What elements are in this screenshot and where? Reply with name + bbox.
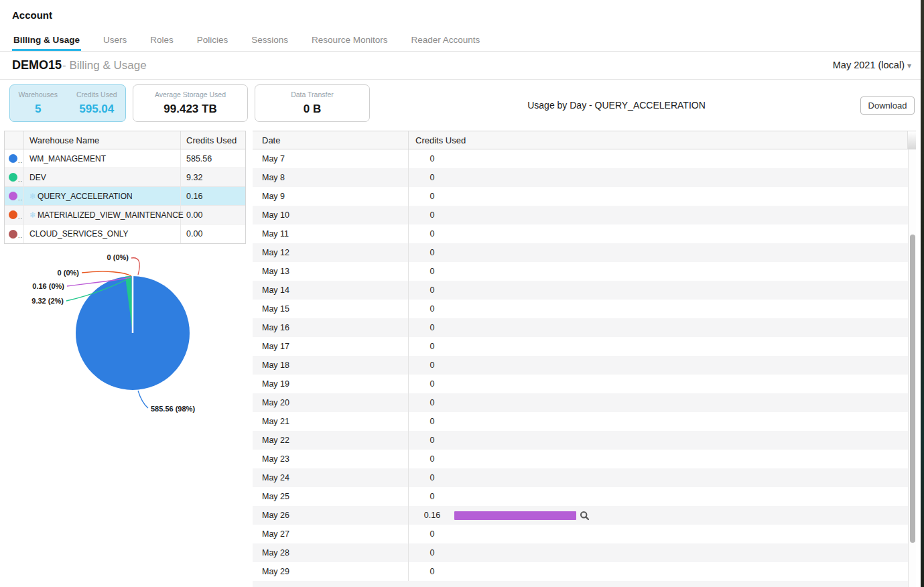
pie-svg (0, 248, 248, 423)
credits-usage-bar[interactable] (454, 511, 576, 520)
daily-credits-cell: 0 (409, 468, 916, 487)
daily-credits-cell: 0 (409, 149, 916, 168)
date-cell: May 15 (253, 300, 409, 318)
warehouse-name-cell: DEV (24, 168, 181, 186)
daily-row-may-14[interactable]: May 140 (253, 281, 916, 300)
daily-row-may-20[interactable]: May 200 (253, 393, 916, 412)
pie-callout-cloud-services: 0 (0%) (107, 253, 129, 261)
warehouse-row-cloud-services-only[interactable]: ..CLOUD_SERVICES_ONLY0.00 (5, 224, 245, 243)
daily-row-may-24[interactable]: May 240 (253, 468, 916, 487)
daily-credits-cell: 0 (409, 356, 916, 375)
daily-row-may-17[interactable]: May 170 (253, 337, 916, 356)
daily-credits-value: 0 (415, 492, 449, 501)
daily-row-may-15[interactable]: May 150 (253, 300, 916, 318)
tab-resource-monitors[interactable]: Resource Monitors (310, 35, 389, 51)
warehouse-credits-cell: 9.32 (181, 168, 245, 186)
daily-row-may-23[interactable]: May 230 (253, 450, 916, 468)
period-selector[interactable]: May 2021 (local)▾ (833, 60, 911, 70)
date-cell: May 27 (253, 525, 409, 543)
date-cell: May 19 (253, 375, 409, 393)
warehouse-row-materialized-view-maintenance[interactable]: ..❄MATERIALIZED_VIEW_MAINTENANCE0.00 (5, 206, 245, 224)
warehouse-row-query-acceleration[interactable]: ..❄QUERY_ACCELERATION0.16 (5, 187, 245, 206)
tab-policies[interactable]: Policies (196, 35, 230, 51)
warehouse-name-cell: ❄QUERY_ACCELERATION (24, 187, 181, 205)
daily-credits-value: 0 (415, 454, 449, 464)
truncation-ellipsis: .. (18, 233, 23, 239)
daily-row-may-21[interactable]: May 210 (253, 412, 916, 431)
date-cell: May 14 (253, 281, 409, 300)
data-transfer-metric: Data Transfer 0 B (281, 90, 343, 116)
daily-row-may-18[interactable]: May 180 (253, 356, 916, 375)
daily-row-may-26[interactable]: May 260.16 (253, 506, 916, 525)
section-title: - Billing & Usage (62, 59, 147, 72)
date-cell: May 7 (253, 149, 409, 168)
date-cell: May 28 (253, 543, 409, 562)
warehouse-table-header: Warehouse Name Credits Used (5, 131, 245, 149)
daily-row-may-7[interactable]: May 70 (253, 149, 916, 168)
warehouse-row-wm-management[interactable]: ..WM_MANAGEMENT585.56 (5, 149, 245, 168)
daily-credits-cell: 0 (409, 243, 916, 262)
daily-credits-value: 0 (415, 173, 449, 182)
magnifier-icon[interactable] (580, 511, 590, 521)
date-cell: May 12 (253, 243, 409, 262)
daily-row-may-29[interactable]: May 290 (253, 562, 916, 581)
daily-credits-cell: 0 (409, 543, 916, 562)
tab-reader-accounts[interactable]: Reader Accounts (409, 35, 481, 51)
warehouse-row-dev[interactable]: ..DEV9.32 (5, 168, 245, 187)
daily-row-may-10[interactable]: May 100 (253, 206, 916, 224)
warehouse-credits-header: Credits Used (181, 131, 245, 149)
date-column-header: Date (253, 131, 409, 149)
daily-credits-cell: 0 (409, 525, 916, 543)
desktop-edge-sliver (921, 0, 924, 587)
chevron-down-icon: ▾ (907, 61, 911, 70)
daily-credits-cell: 0 (409, 450, 916, 468)
tab-roles[interactable]: Roles (149, 35, 175, 51)
tab-users[interactable]: Users (102, 35, 128, 51)
date-cell: May 9 (253, 187, 409, 206)
daily-row-may-28[interactable]: May 280 (253, 543, 916, 562)
daily-row-may-12[interactable]: May 120 (253, 243, 916, 262)
warehouses-credits-card[interactable]: Warehouses 5 Credits Used 595.04 (9, 84, 126, 122)
date-cell: May 25 (253, 487, 409, 506)
date-cell: May 16 (253, 318, 409, 337)
warehouse-name-cell: ❄MATERIALIZED_VIEW_MAINTENANCE (24, 206, 181, 224)
download-button[interactable]: Download (860, 96, 915, 115)
date-cell: May 29 (253, 562, 409, 581)
daily-credits-cell: 0 (409, 187, 916, 206)
daily-row-may-22[interactable]: May 220 (253, 431, 916, 450)
date-cell: May 26 (253, 506, 409, 525)
warehouse-color-dot-icon (9, 154, 17, 163)
daily-row-may-13[interactable]: May 130 (253, 262, 916, 281)
daily-credits-cell: 0 (409, 206, 916, 224)
daily-credits-value: 0.16 (415, 511, 449, 520)
warehouse-name-header: Warehouse Name (24, 131, 181, 149)
daily-credits-value: 0 (415, 398, 449, 407)
vertical-scrollbar[interactable] (908, 149, 916, 587)
data-transfer-label: Data Transfer (291, 90, 334, 99)
truncation-ellipsis: .. (18, 176, 23, 183)
tab-sessions[interactable]: Sessions (250, 35, 289, 51)
daily-row-may-8[interactable]: May 80 (253, 168, 916, 187)
daily-credits-value: 0 (415, 529, 449, 539)
storage-value: 99.423 TB (163, 103, 216, 116)
data-transfer-card[interactable]: Data Transfer 0 B (255, 84, 370, 122)
daily-row-may-9[interactable]: May 90 (253, 187, 916, 206)
daily-credits-value: 0 (415, 473, 449, 482)
date-cell: May 23 (253, 450, 409, 468)
warehouse-credits-cell: 0.00 (181, 224, 245, 243)
daily-row-may-19[interactable]: May 190 (253, 375, 916, 393)
daily-row-may-16[interactable]: May 160 (253, 318, 916, 337)
daily-credits-cell: 0 (409, 412, 916, 431)
daily-row-may-27[interactable]: May 270 (253, 525, 916, 543)
daily-credits-value: 0 (415, 154, 449, 164)
storage-card[interactable]: Average Storage Used 99.423 TB (133, 84, 248, 122)
top-bar: Account (0, 0, 924, 29)
title-bar: DEMO15 - Billing & Usage May 2021 (local… (0, 52, 921, 80)
daily-credits-cell: 0 (409, 262, 916, 281)
daily-row-may-25[interactable]: May 250 (253, 487, 916, 506)
daily-row-may-11[interactable]: May 110 (253, 224, 916, 243)
scrollbar-thumb[interactable] (910, 235, 915, 543)
tab-billing-usage[interactable]: Billing & Usage (12, 35, 81, 51)
pie-callout-materialized-view: 0 (0%) (58, 269, 79, 277)
daily-credits-value: 0 (415, 567, 449, 576)
